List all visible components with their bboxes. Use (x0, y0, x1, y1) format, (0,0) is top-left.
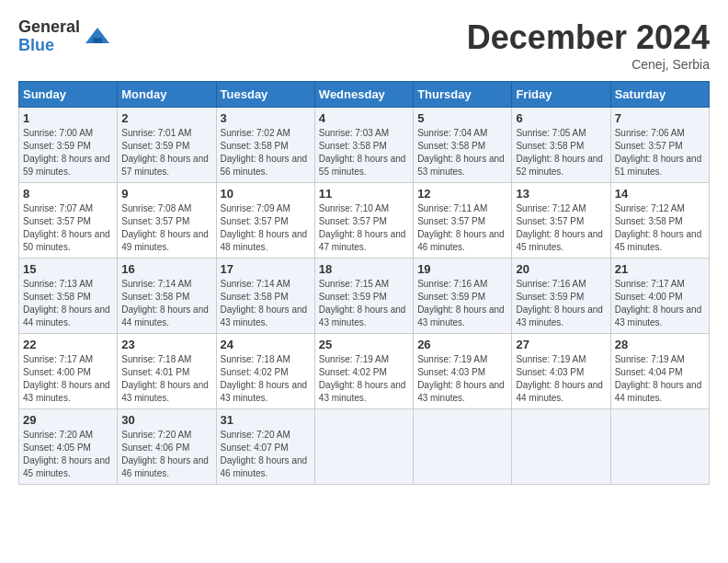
day-detail: Sunrise: 7:12 AMSunset: 3:57 PMDaylight:… (516, 203, 603, 252)
calendar-week-row: 22Sunrise: 7:17 AMSunset: 4:00 PMDayligh… (19, 334, 710, 409)
day-detail: Sunrise: 7:12 AMSunset: 3:58 PMDaylight:… (615, 203, 702, 252)
day-number: 18 (319, 262, 409, 276)
day-detail: Sunrise: 7:17 AMSunset: 4:00 PMDaylight:… (615, 279, 702, 327)
calendar-table: SundayMondayTuesdayWednesdayThursdayFrid… (18, 81, 710, 485)
logo-icon (84, 23, 111, 51)
day-detail: Sunrise: 7:18 AMSunset: 4:01 PMDaylight:… (121, 354, 209, 403)
day-detail: Sunrise: 7:18 AMSunset: 4:02 PMDaylight:… (221, 354, 308, 403)
calendar-cell: 6Sunrise: 7:05 AMSunset: 3:58 PMDaylight… (512, 108, 610, 183)
day-detail: Sunrise: 7:08 AMSunset: 3:57 PMDaylight:… (121, 203, 209, 252)
day-number: 23 (121, 338, 211, 351)
calendar-body: 1Sunrise: 7:00 AMSunset: 3:59 PMDaylight… (19, 108, 710, 485)
day-detail: Sunrise: 7:16 AMSunset: 3:59 PMDaylight:… (516, 279, 603, 327)
logo-blue-text: Blue (18, 37, 80, 55)
calendar-cell: 13Sunrise: 7:12 AMSunset: 3:57 PMDayligh… (512, 183, 610, 259)
day-number: 17 (221, 262, 311, 276)
calendar-cell: 4Sunrise: 7:03 AMSunset: 3:58 PMDaylight… (314, 108, 413, 183)
day-number: 9 (121, 187, 211, 201)
day-number: 22 (23, 338, 113, 351)
day-number: 24 (221, 338, 311, 351)
calendar-cell (512, 409, 610, 485)
day-number: 8 (23, 187, 113, 201)
day-number: 4 (319, 111, 409, 125)
day-number: 5 (417, 111, 507, 125)
title-area: December 2024 Cenej, Serbia (467, 18, 710, 72)
day-number: 12 (417, 187, 507, 201)
calendar-cell: 24Sunrise: 7:18 AMSunset: 4:02 PMDayligh… (216, 334, 314, 409)
calendar-cell: 17Sunrise: 7:14 AMSunset: 3:58 PMDayligh… (216, 259, 314, 334)
calendar-cell: 1Sunrise: 7:00 AMSunset: 3:59 PMDaylight… (19, 108, 118, 183)
calendar-week-row: 8Sunrise: 7:07 AMSunset: 3:57 PMDaylight… (19, 183, 710, 259)
day-number: 16 (121, 262, 211, 276)
day-detail: Sunrise: 7:17 AMSunset: 4:00 PMDaylight:… (23, 354, 110, 403)
day-detail: Sunrise: 7:04 AMSunset: 3:58 PMDaylight:… (417, 128, 505, 177)
day-detail: Sunrise: 7:14 AMSunset: 3:58 PMDaylight:… (221, 279, 308, 327)
day-detail: Sunrise: 7:03 AMSunset: 3:58 PMDaylight:… (319, 128, 406, 177)
calendar-cell: 23Sunrise: 7:18 AMSunset: 4:01 PMDayligh… (118, 334, 216, 409)
calendar-cell: 30Sunrise: 7:20 AMSunset: 4:06 PMDayligh… (118, 409, 216, 485)
page-header: General Blue December 2024 Cenej, Serbia (18, 18, 710, 72)
day-number: 26 (417, 338, 507, 351)
calendar-cell: 8Sunrise: 7:07 AMSunset: 3:57 PMDaylight… (19, 183, 118, 259)
day-detail: Sunrise: 7:19 AMSunset: 4:04 PMDaylight:… (615, 354, 702, 403)
calendar-cell: 27Sunrise: 7:19 AMSunset: 4:03 PMDayligh… (512, 334, 610, 409)
calendar-cell (414, 409, 512, 485)
calendar-cell (610, 409, 709, 485)
day-detail: Sunrise: 7:20 AMSunset: 4:05 PMDaylight:… (23, 430, 110, 478)
calendar-cell: 9Sunrise: 7:08 AMSunset: 3:57 PMDaylight… (118, 183, 216, 259)
svg-rect-1 (93, 38, 102, 43)
day-number: 29 (23, 413, 113, 427)
calendar-cell: 31Sunrise: 7:20 AMSunset: 4:07 PMDayligh… (216, 409, 314, 485)
day-number: 15 (23, 262, 113, 276)
calendar-cell: 14Sunrise: 7:12 AMSunset: 3:58 PMDayligh… (610, 183, 709, 259)
calendar-cell: 25Sunrise: 7:19 AMSunset: 4:02 PMDayligh… (314, 334, 413, 409)
day-number: 20 (516, 262, 606, 276)
day-number: 3 (221, 111, 311, 125)
calendar-cell: 12Sunrise: 7:11 AMSunset: 3:57 PMDayligh… (414, 183, 512, 259)
weekday-header: Sunday (19, 82, 118, 108)
location: Cenej, Serbia (467, 57, 710, 72)
day-number: 13 (516, 187, 606, 201)
calendar-cell: 16Sunrise: 7:14 AMSunset: 3:58 PMDayligh… (118, 259, 216, 334)
calendar-cell: 5Sunrise: 7:04 AMSunset: 3:58 PMDaylight… (414, 108, 512, 183)
calendar-header: SundayMondayTuesdayWednesdayThursdayFrid… (19, 82, 710, 108)
logo-general-text: General (18, 18, 80, 37)
day-detail: Sunrise: 7:07 AMSunset: 3:57 PMDaylight:… (23, 203, 110, 252)
calendar-cell: 3Sunrise: 7:02 AMSunset: 3:58 PMDaylight… (216, 108, 314, 183)
calendar-cell: 28Sunrise: 7:19 AMSunset: 4:04 PMDayligh… (610, 334, 709, 409)
day-number: 30 (121, 413, 211, 427)
calendar-cell: 7Sunrise: 7:06 AMSunset: 3:57 PMDaylight… (610, 108, 709, 183)
calendar-cell (314, 409, 413, 485)
day-detail: Sunrise: 7:19 AMSunset: 4:03 PMDaylight:… (417, 354, 505, 403)
day-number: 11 (319, 187, 409, 201)
day-detail: Sunrise: 7:16 AMSunset: 3:59 PMDaylight:… (417, 279, 505, 327)
day-number: 25 (319, 338, 409, 351)
weekday-header: Wednesday (314, 82, 413, 108)
calendar-cell: 21Sunrise: 7:17 AMSunset: 4:00 PMDayligh… (610, 259, 709, 334)
calendar-cell: 10Sunrise: 7:09 AMSunset: 3:57 PMDayligh… (216, 183, 314, 259)
calendar-week-row: 15Sunrise: 7:13 AMSunset: 3:58 PMDayligh… (19, 259, 710, 334)
weekday-header: Saturday (610, 82, 709, 108)
day-number: 1 (23, 111, 113, 125)
day-number: 31 (221, 413, 311, 427)
month-title: December 2024 (467, 18, 710, 57)
day-detail: Sunrise: 7:10 AMSunset: 3:57 PMDaylight:… (319, 203, 406, 252)
day-detail: Sunrise: 7:20 AMSunset: 4:06 PMDaylight:… (121, 430, 209, 478)
day-number: 7 (615, 111, 705, 125)
day-detail: Sunrise: 7:06 AMSunset: 3:57 PMDaylight:… (615, 128, 702, 177)
calendar-week-row: 1Sunrise: 7:00 AMSunset: 3:59 PMDaylight… (19, 108, 710, 183)
day-detail: Sunrise: 7:02 AMSunset: 3:58 PMDaylight:… (221, 128, 308, 177)
calendar-cell: 22Sunrise: 7:17 AMSunset: 4:00 PMDayligh… (19, 334, 118, 409)
calendar-week-row: 29Sunrise: 7:20 AMSunset: 4:05 PMDayligh… (19, 409, 710, 485)
day-detail: Sunrise: 7:13 AMSunset: 3:58 PMDaylight:… (23, 279, 110, 327)
weekday-header: Thursday (414, 82, 512, 108)
day-number: 14 (615, 187, 705, 201)
calendar-cell: 20Sunrise: 7:16 AMSunset: 3:59 PMDayligh… (512, 259, 610, 334)
day-detail: Sunrise: 7:00 AMSunset: 3:59 PMDaylight:… (23, 128, 110, 177)
calendar-cell: 18Sunrise: 7:15 AMSunset: 3:59 PMDayligh… (314, 259, 413, 334)
day-detail: Sunrise: 7:20 AMSunset: 4:07 PMDaylight:… (221, 430, 308, 478)
weekday-header: Tuesday (216, 82, 314, 108)
weekday-header: Friday (512, 82, 610, 108)
day-detail: Sunrise: 7:09 AMSunset: 3:57 PMDaylight:… (221, 203, 308, 252)
calendar-cell: 26Sunrise: 7:19 AMSunset: 4:03 PMDayligh… (414, 334, 512, 409)
